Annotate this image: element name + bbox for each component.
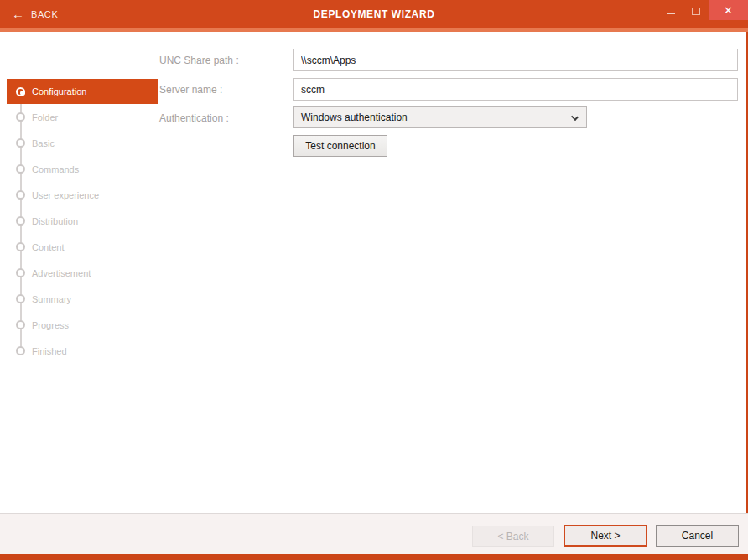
server-name-label: Server name : (159, 84, 222, 96)
step-radio-icon (16, 242, 25, 251)
step-label: Summary (32, 294, 71, 304)
back-nav-label: BACK (31, 9, 58, 19)
unc-share-path-label: UNC Share path : (159, 54, 239, 66)
cancel-button[interactable]: Cancel (656, 525, 739, 547)
sidebar-step-basic[interactable]: Basic (7, 130, 158, 156)
window-bottom-border (0, 554, 748, 560)
sidebar-step-configuration[interactable]: Configuration (7, 79, 158, 104)
step-radio-icon (16, 112, 25, 122)
step-radio-icon (16, 87, 25, 96)
sidebar-step-progress[interactable]: Progress (7, 312, 158, 338)
sidebar-step-distribution[interactable]: Distribution (7, 208, 158, 234)
step-label: Content (32, 242, 65, 252)
step-radio-icon (16, 138, 25, 148)
step-label: Commands (32, 164, 79, 174)
authentication-selected-value: Windows authentication (301, 111, 408, 123)
minimize-button[interactable] (658, 0, 683, 20)
footer-bar: < Back Next > Cancel (0, 513, 748, 554)
sidebar-step-folder[interactable]: Folder (7, 104, 158, 130)
authentication-label: Authentication : (159, 112, 229, 124)
minimize-icon (667, 13, 675, 14)
back-arrow-icon: ← (12, 8, 24, 20)
sidebar-step-summary[interactable]: Summary (7, 286, 158, 312)
step-radio-icon (16, 216, 25, 226)
sidebar-step-finished[interactable]: Finished (7, 338, 158, 364)
sidebar-step-content[interactable]: Content (7, 234, 158, 260)
maximize-icon (692, 8, 700, 15)
step-radio-icon (16, 164, 25, 174)
title-bar: ← BACK DEPLOYMENT WIZARD ✕ (0, 0, 748, 28)
step-radio-icon (16, 294, 25, 303)
close-button[interactable]: ✕ (709, 0, 748, 20)
test-connection-button[interactable]: Test connection (293, 135, 387, 157)
step-radio-icon (16, 320, 25, 329)
window-controls: ✕ (658, 0, 748, 28)
wizard-steps-sidebar: Configuration Folder Basic Commands User… (0, 32, 168, 513)
step-label: Distribution (32, 216, 78, 226)
step-label: Finished (32, 346, 67, 356)
chevron-down-icon (571, 113, 579, 121)
close-icon: ✕ (724, 4, 733, 17)
window-title: DEPLOYMENT WIZARD (0, 0, 748, 28)
authentication-select[interactable]: Windows authentication (293, 106, 587, 128)
step-label: Configuration (32, 86, 86, 96)
step-label: Basic (32, 138, 55, 148)
next-button[interactable]: Next > (564, 525, 647, 547)
unc-share-path-input[interactable] (293, 49, 738, 71)
server-name-input[interactable] (293, 78, 738, 101)
back-button[interactable]: < Back (472, 526, 554, 547)
sidebar-step-user-experience[interactable]: User experience (7, 182, 158, 208)
sidebar-step-commands[interactable]: Commands (7, 156, 158, 182)
sidebar-step-advertisement[interactable]: Advertisement (7, 260, 158, 286)
step-label: Progress (32, 320, 69, 330)
maximize-button[interactable] (683, 0, 709, 20)
step-radio-icon (16, 268, 25, 277)
step-list: Configuration Folder Basic Commands User… (7, 79, 158, 364)
back-nav-button[interactable]: ← BACK (12, 0, 58, 28)
deployment-wizard-window: ← BACK DEPLOYMENT WIZARD ✕ Configuration… (0, 0, 748, 560)
step-radio-icon (16, 190, 25, 200)
step-label: Advertisement (32, 268, 91, 278)
step-label: Folder (32, 112, 58, 122)
step-radio-icon (16, 346, 25, 355)
step-label: User experience (32, 190, 99, 200)
